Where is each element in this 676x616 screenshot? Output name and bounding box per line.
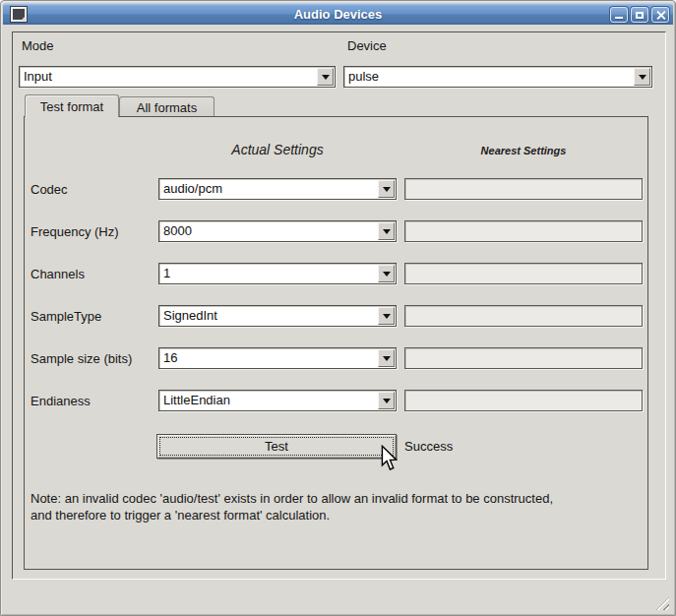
- sampletype-select[interactable]: SignedInt: [158, 305, 397, 327]
- close-icon: [656, 11, 665, 20]
- window-controls: [610, 7, 669, 23]
- down-triangle-icon: [322, 75, 330, 80]
- codec-nearest-field: [404, 178, 643, 200]
- test-button[interactable]: Test: [156, 434, 397, 459]
- samplesize-nearest-field: [404, 347, 643, 369]
- sampletype-nearest-field: [404, 305, 643, 327]
- sampletype-selected-value: SignedInt: [163, 306, 376, 326]
- frequency-select[interactable]: 8000: [158, 220, 397, 242]
- down-triangle-icon: [383, 356, 391, 361]
- mode-selected-value: Input: [24, 67, 315, 87]
- codec-selected-value: audio/pcm: [163, 179, 376, 199]
- down-triangle-icon: [383, 314, 391, 319]
- window-title: Audio Devices: [3, 4, 673, 26]
- down-triangle-icon: [383, 229, 391, 234]
- samplesize-select[interactable]: 16: [158, 347, 397, 369]
- chevron-down-icon[interactable]: [378, 392, 395, 409]
- channels-label: Channels: [31, 267, 85, 281]
- note-text-line1: Note: an invalid codec 'audio/test' exis…: [31, 490, 643, 507]
- device-label: Device: [347, 38, 387, 53]
- chevron-down-icon[interactable]: [378, 222, 395, 240]
- down-triangle-icon: [383, 187, 391, 192]
- status-label: Success: [404, 439, 453, 454]
- channels-select[interactable]: 1: [158, 263, 397, 284]
- close-button[interactable]: [651, 7, 669, 23]
- test-button-label: Test: [265, 439, 288, 454]
- note-text-line2: and therefore to trigger a 'nearest form…: [31, 507, 643, 524]
- tab-all-formats[interactable]: All formats: [119, 96, 215, 116]
- maximize-button[interactable]: [631, 7, 648, 23]
- tab-test-format[interactable]: Test format: [25, 94, 119, 117]
- resize-grip[interactable]: [656, 597, 669, 610]
- endianess-select[interactable]: LittleEndian: [158, 390, 397, 411]
- codec-select[interactable]: audio/pcm: [158, 178, 397, 200]
- frequency-nearest-field: [404, 220, 643, 242]
- frequency-label: Frequency (Hz): [31, 224, 119, 239]
- minimize-button[interactable]: [610, 7, 628, 23]
- device-selected-value: pulse: [348, 67, 632, 87]
- maximize-icon: [636, 12, 644, 19]
- mode-select[interactable]: Input: [19, 66, 336, 88]
- frequency-selected-value: 8000: [163, 221, 376, 241]
- device-select[interactable]: pulse: [343, 66, 652, 88]
- endianess-label: Endianess: [31, 394, 91, 408]
- chevron-down-icon[interactable]: [634, 68, 650, 86]
- channels-selected-value: 1: [163, 264, 376, 283]
- down-triangle-icon: [639, 75, 646, 80]
- endianess-selected-value: LittleEndian: [163, 391, 376, 410]
- samplesize-selected-value: 16: [163, 348, 376, 368]
- chevron-down-icon[interactable]: [378, 349, 395, 367]
- chevron-down-icon[interactable]: [378, 180, 395, 198]
- chevron-down-icon[interactable]: [378, 265, 395, 282]
- endianess-nearest-field: [404, 390, 643, 411]
- nearest-settings-header: Nearest Settings: [404, 145, 643, 156]
- actual-settings-header: Actual Settings: [158, 142, 397, 157]
- sampletype-label: SampleType: [31, 309, 101, 324]
- minimize-icon: [615, 17, 623, 19]
- titlebar[interactable]: Audio Devices: [3, 3, 673, 25]
- channels-nearest-field: [404, 263, 643, 284]
- codec-label: Codec: [31, 182, 68, 197]
- down-triangle-icon: [383, 399, 391, 403]
- chevron-down-icon[interactable]: [317, 68, 334, 86]
- mode-label: Mode: [22, 38, 54, 53]
- audio-devices-window: Audio Devices Mode Input Device pulse Te…: [0, 0, 676, 616]
- down-triangle-icon: [383, 272, 391, 277]
- samplesize-label: Sample size (bits): [31, 351, 132, 366]
- chevron-down-icon[interactable]: [378, 307, 395, 325]
